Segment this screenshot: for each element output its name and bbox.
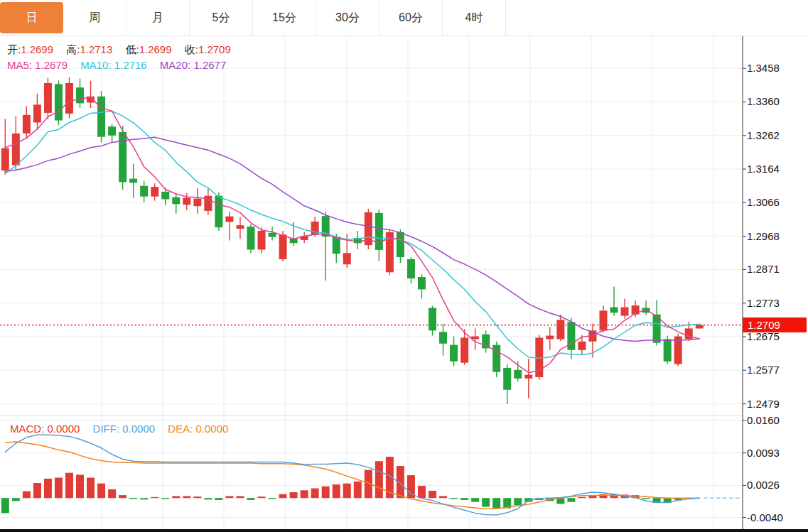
open-value: 1.2699 xyxy=(21,43,53,55)
price-axis-label: 1.2968 xyxy=(747,230,780,242)
high-value: 1.2713 xyxy=(80,43,112,55)
macd-value-pair: MACD: 0.0000 xyxy=(10,423,80,435)
period-tabbar: 日 周 月 5分 15分 30分 60分 4时 xyxy=(0,0,808,36)
diff-value-pair: DIFF: 0.0000 xyxy=(93,423,156,435)
price-axis-label: 1.2479 xyxy=(747,398,780,410)
tab-30min[interactable]: 30分 xyxy=(316,0,379,36)
macd-legend: MACD: 0.0000 DIFF: 0.0000 DEA: 0.0000 xyxy=(10,423,238,435)
macd-label: MACD: xyxy=(10,423,44,435)
high-label: 高: xyxy=(66,43,80,55)
open-pair: 开:1.2699 xyxy=(7,43,53,55)
tab-week[interactable]: 周 xyxy=(63,0,126,36)
macd-axis-label: 0.0026 xyxy=(747,479,780,491)
last-price-badge: 1.2709 xyxy=(743,317,807,332)
ma5-value: 1.2679 xyxy=(35,59,68,71)
ma10-label: MA10: xyxy=(80,59,111,71)
close-label: 收: xyxy=(185,43,198,55)
price-axis-label: 1.3458 xyxy=(747,62,780,74)
ma10-legend: MA10: 1.2716 xyxy=(80,59,146,71)
open-label: 开: xyxy=(7,43,21,55)
dea-value-pair: DEA: 0.0000 xyxy=(168,423,228,435)
axis-layer xyxy=(0,36,808,532)
price-axis-label: 1.2773 xyxy=(747,297,780,309)
price-axis-label: 1.3360 xyxy=(747,95,780,107)
macd-lines-layer xyxy=(5,435,699,515)
close-pair: 收:1.2709 xyxy=(185,43,231,55)
chart-canvas[interactable] xyxy=(0,0,808,532)
tab-month[interactable]: 月 xyxy=(126,0,190,36)
tab-5min[interactable]: 5分 xyxy=(190,0,253,36)
macd-histogram-layer xyxy=(1,457,682,513)
close-value: 1.2709 xyxy=(198,43,231,55)
dea-value: 0.0000 xyxy=(196,423,229,435)
price-axis-label: 1.2577 xyxy=(747,364,780,376)
diff-label: DIFF: xyxy=(93,423,120,435)
tab-15min[interactable]: 15分 xyxy=(253,0,316,36)
low-value: 1.2699 xyxy=(139,43,172,55)
trading-chart-screen: 日 周 月 5分 15分 30分 60分 4时 开:1.2699 高:1.271… xyxy=(0,0,808,532)
low-pair: 低:1.2699 xyxy=(125,43,171,55)
tab-60min[interactable]: 60分 xyxy=(379,0,443,36)
price-axis-label: 1.3164 xyxy=(747,163,780,175)
diff-value: 0.0000 xyxy=(122,423,155,435)
ma10-value: 1.2716 xyxy=(114,59,147,71)
price-axis-label: 1.2871 xyxy=(747,263,780,275)
macd-axis-label: 0.0160 xyxy=(747,414,780,426)
ma20-value: 1.2677 xyxy=(193,59,226,71)
ma5-label: MA5: xyxy=(7,59,32,71)
dea-label: DEA: xyxy=(168,423,193,435)
price-axis-label: 1.3262 xyxy=(747,129,780,141)
ma-legend: MA5: 1.2679 MA10: 1.2716 MA20: 1.2677 xyxy=(7,59,236,71)
low-label: 低: xyxy=(125,43,139,55)
tab-day[interactable]: 日 xyxy=(0,2,63,33)
ma20-legend: MA20: 1.2677 xyxy=(160,59,226,71)
high-pair: 高:1.2713 xyxy=(66,43,112,55)
ma20-label: MA20: xyxy=(160,59,190,71)
grid-layer xyxy=(0,36,743,529)
price-axis-label: 1.3066 xyxy=(747,196,780,208)
ohlc-legend: 开:1.2699 高:1.2713 低:1.2699 收:1.2709 xyxy=(7,43,241,57)
tab-4hour[interactable]: 4时 xyxy=(443,0,506,36)
ma5-legend: MA5: 1.2679 xyxy=(7,59,68,71)
macd-axis-label: 0.0093 xyxy=(747,447,780,459)
macd-axis-label: -0.0040 xyxy=(747,511,783,523)
macd-value: 0.0000 xyxy=(48,423,80,435)
